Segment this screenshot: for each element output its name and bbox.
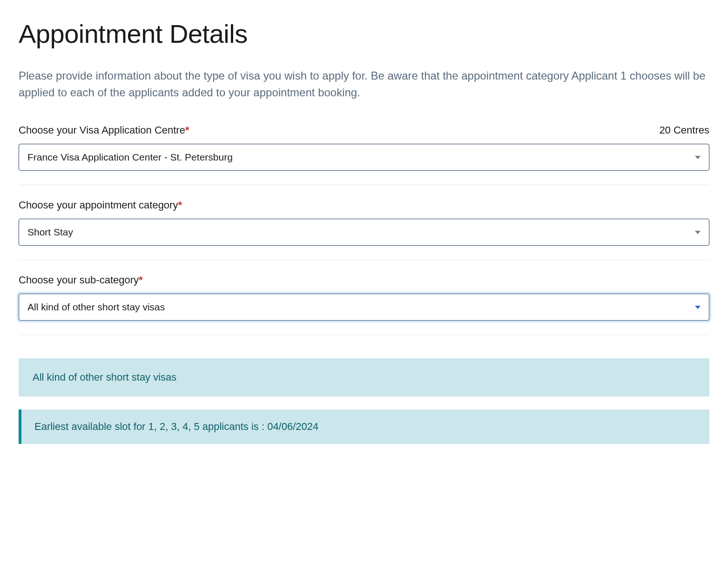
required-asterisk: *: [178, 199, 182, 211]
page-description: Please provide information about the typ…: [19, 67, 709, 101]
subcategory-label-text: Choose your sub-category: [19, 274, 139, 286]
centre-label-row: Choose your Visa Application Centre* 20 …: [19, 124, 709, 136]
chevron-down-icon: [695, 156, 701, 159]
subcategory-selected-value: All kind of other short stay visas: [27, 302, 165, 313]
category-label-text: Choose your appointment category: [19, 199, 178, 211]
centre-label-text: Choose your Visa Application Centre: [19, 124, 185, 136]
page-title: Appointment Details: [19, 19, 709, 49]
centre-section: Choose your Visa Application Centre* 20 …: [19, 124, 709, 185]
subcategory-select[interactable]: All kind of other short stay visas: [19, 294, 709, 321]
category-label-row: Choose your appointment category*: [19, 199, 709, 211]
centre-label: Choose your Visa Application Centre*: [19, 124, 189, 136]
category-selected-value: Short Stay: [27, 227, 73, 238]
centre-select[interactable]: France Visa Application Center - St. Pet…: [19, 144, 709, 171]
visa-type-info-title: All kind of other short stay visas: [33, 371, 695, 383]
subcategory-label-row: Choose your sub-category*: [19, 274, 709, 286]
required-asterisk: *: [185, 124, 189, 136]
category-select[interactable]: Short Stay: [19, 219, 709, 246]
earliest-slot-banner: Earliest available slot for 1, 2, 3, 4, …: [19, 409, 709, 444]
visa-type-info-banner: All kind of other short stay visas: [19, 358, 709, 396]
subcategory-section: Choose your sub-category* All kind of ot…: [19, 274, 709, 335]
required-asterisk: *: [139, 274, 143, 286]
centre-count: 20 Centres: [659, 124, 709, 136]
chevron-down-icon: [695, 231, 701, 234]
subcategory-label: Choose your sub-category*: [19, 274, 143, 286]
chevron-down-icon: [695, 306, 701, 309]
centre-selected-value: France Visa Application Center - St. Pet…: [27, 152, 233, 163]
category-section: Choose your appointment category* Short …: [19, 199, 709, 260]
earliest-slot-text: Earliest available slot for 1, 2, 3, 4, …: [34, 421, 696, 433]
category-label: Choose your appointment category*: [19, 199, 182, 211]
